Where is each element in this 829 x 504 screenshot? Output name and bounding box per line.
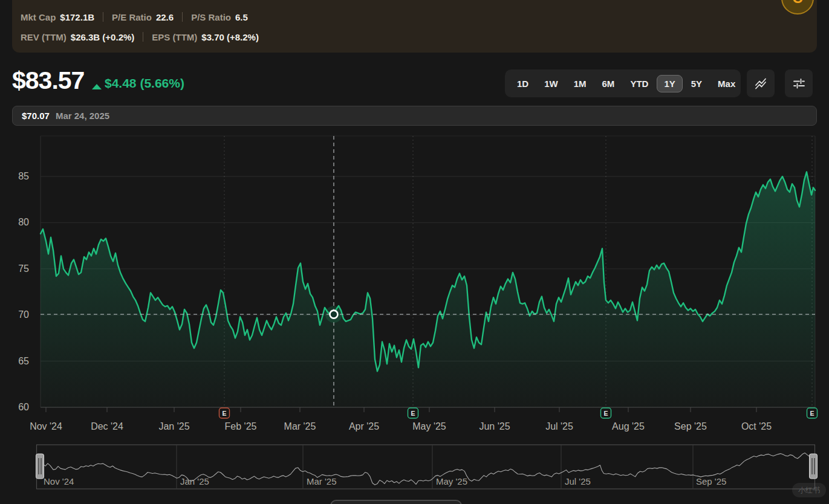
range-button-1y[interactable]: 1Y: [657, 75, 682, 92]
price-change: $4.48 (5.66%): [105, 76, 184, 91]
price-area-fill: [41, 172, 815, 407]
x-axis-label: Jan '25: [158, 421, 189, 431]
compare-lines-icon: [753, 76, 769, 91]
current-price: $83.57: [12, 66, 84, 95]
earnings-badge-letter: E: [603, 410, 608, 417]
navigator-label: Jul '25: [565, 476, 591, 486]
watermark-badge: 小红书: [792, 483, 826, 497]
stat-pe-ratio: P/E Ratio 22.6: [112, 12, 174, 22]
y-axis-label: 65: [18, 356, 29, 366]
x-axis-label: Jun '25: [479, 421, 510, 431]
range-button-1w[interactable]: 1W: [537, 75, 565, 92]
stat-value: 22.6: [156, 12, 174, 22]
range-button-1m[interactable]: 1M: [567, 75, 594, 92]
divider: [182, 12, 183, 22]
compare-lines-button[interactable]: [747, 69, 775, 97]
navigator-handle-grip: [36, 454, 44, 479]
range-button-5y[interactable]: 5Y: [684, 75, 709, 92]
chart-settings-icon: [791, 76, 807, 91]
stat-value: 6.5: [235, 12, 248, 22]
stat-label: REV (TTM): [21, 32, 67, 42]
stock-chart-page: 606570758085Nov '24Dec '24Jan '25Feb '25…: [0, 0, 829, 504]
earnings-badge-letter: E: [411, 410, 415, 417]
earnings-marker[interactable]: E: [408, 408, 418, 418]
stat-label: P/E Ratio: [112, 12, 152, 22]
x-axis-label: May '25: [412, 421, 446, 431]
stat-mkt-cap: Mkt Cap $172.1B: [21, 12, 94, 22]
x-axis-label: Jul '25: [545, 421, 573, 431]
divider: [103, 12, 103, 22]
earnings-marker[interactable]: E: [601, 408, 611, 418]
chart-settings-button[interactable]: [785, 69, 813, 97]
stat-revenue: REV (TTM) $26.3B (+0.2%): [21, 32, 134, 42]
stat-value: $3.70 (+8.2%): [201, 32, 259, 42]
x-axis-label: Feb '25: [225, 421, 257, 431]
x-axis-label: Mar '25: [284, 421, 316, 431]
stats-row-1: Mkt Cap $172.1B P/E Ratio 22.6 P/S Ratio…: [21, 10, 248, 24]
x-axis-label: Sep '25: [674, 421, 707, 431]
company-logo-avatar[interactable]: C: [781, 0, 814, 15]
navigator-handle-left[interactable]: [36, 454, 44, 479]
navigator-handle-grip: [810, 454, 818, 479]
x-axis-label: Aug '25: [612, 421, 645, 431]
y-axis-label: 70: [18, 309, 29, 320]
crosshair-marker[interactable]: [330, 311, 338, 318]
y-axis-label: 80: [18, 217, 29, 227]
range-button-max[interactable]: Max: [710, 75, 743, 92]
y-axis-label: 75: [18, 263, 29, 274]
stat-eps: EPS (TTM) $3.70 (+8.2%): [152, 32, 259, 42]
range-button-1d[interactable]: 1D: [510, 75, 536, 92]
navigator-label: May '25: [436, 476, 467, 486]
navigator-label: Nov '24: [44, 476, 74, 486]
navigator-label: Jan '25: [180, 476, 209, 486]
range-button-6m[interactable]: 6M: [595, 75, 622, 92]
range-button-ytd[interactable]: YTD: [623, 75, 655, 92]
bottom-toolbar-peek: [330, 500, 462, 504]
stat-label: Mkt Cap: [21, 12, 56, 22]
hover-readout-bar: $70.07 Mar 24, 2025: [12, 106, 817, 126]
stat-label: P/S Ratio: [191, 12, 231, 22]
earnings-badge-letter: E: [222, 410, 226, 417]
earnings-marker[interactable]: E: [219, 408, 230, 418]
navigator-label: Sep '25: [696, 476, 726, 486]
y-axis-label: 85: [18, 171, 29, 181]
navigator-label: Mar '25: [307, 476, 337, 486]
stat-label: EPS (TTM): [152, 32, 197, 42]
earnings-badge-letter: E: [810, 410, 814, 417]
x-axis-label: Oct '25: [741, 421, 772, 431]
stat-ps-ratio: P/S Ratio 6.5: [191, 12, 248, 22]
earnings-marker[interactable]: E: [807, 408, 818, 418]
navigator-handle-right[interactable]: [810, 454, 818, 479]
x-axis-label: Nov '24: [30, 421, 62, 431]
x-axis-label: Apr '25: [349, 421, 379, 431]
y-axis-label: 60: [18, 402, 29, 412]
hover-date: Mar 24, 2025: [56, 111, 109, 121]
price-up-arrow-icon: [92, 84, 102, 89]
header-stats-card: Mkt Cap $172.1B P/E Ratio 22.6 P/S Ratio…: [12, 0, 817, 53]
stat-value: $26.3B (+0.2%): [71, 32, 134, 42]
range-selector: 1D 1W 1M 6M YTD 1Y 5Y Max: [505, 69, 741, 97]
hover-price: $70.07: [22, 111, 50, 121]
stats-row-2: REV (TTM) $26.3B (+0.2%) EPS (TTM) $3.70…: [21, 30, 259, 44]
x-axis-label: Dec '24: [91, 421, 123, 431]
stat-value: $172.1B: [60, 12, 94, 22]
divider: [143, 32, 143, 42]
